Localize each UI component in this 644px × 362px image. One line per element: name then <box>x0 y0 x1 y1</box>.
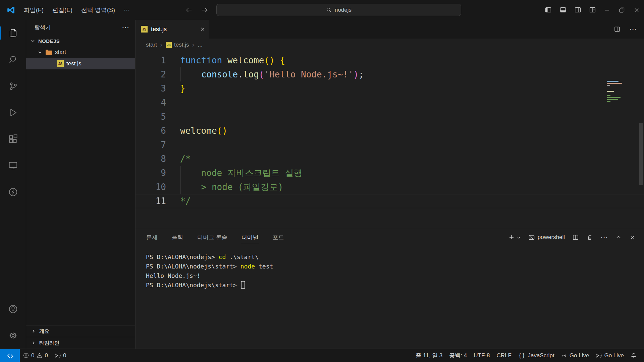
menu-file[interactable]: 파일(F) <box>19 4 48 16</box>
split-terminal-icon[interactable] <box>572 234 579 241</box>
accounts-icon[interactable] <box>0 296 26 322</box>
outline-section[interactable]: 개요 <box>26 325 135 337</box>
code-line[interactable]: 2 console.log('Hello Node.js~!'); <box>136 67 644 81</box>
code-line[interactable]: 3} <box>136 81 644 96</box>
remote-indicator[interactable] <box>0 349 20 362</box>
terminal-line[interactable]: PS D:\ALOHA\nodejs> cd .\start\ <box>146 252 644 262</box>
minimap[interactable] <box>607 81 624 102</box>
code-line[interactable]: 8/* <box>136 152 644 166</box>
terminal[interactable]: PS D:\ALOHA\nodejs> cd .\start\PS D:\ALO… <box>136 246 644 290</box>
close-panel-icon[interactable] <box>629 234 636 241</box>
close-window-button[interactable] <box>629 0 644 20</box>
panel-tab-ports[interactable]: 포트 <box>272 231 285 244</box>
panel-tab-debug-console[interactable]: 디버그 콘솔 <box>197 231 228 244</box>
panel-actions: powershell ⋯ <box>508 234 636 241</box>
tree-item-start[interactable]: start <box>26 47 135 58</box>
menu-more[interactable]: ⋯ <box>119 4 134 15</box>
menu-edit[interactable]: 편집(E) <box>48 4 77 16</box>
terminal-shell-item[interactable]: powershell <box>528 234 565 241</box>
code-line[interactable]: 7 <box>136 138 644 152</box>
tree-item-label: start <box>55 49 66 56</box>
code-line[interactable]: 9 node 자바스크립트 실행 <box>136 166 644 180</box>
code-editor[interactable]: 1function welcome() {2 console.log('Hell… <box>136 51 644 228</box>
code-line[interactable]: 4 <box>136 96 644 110</box>
customize-layout-button[interactable] <box>585 0 600 20</box>
language-status[interactable]: {} JavaScript <box>515 349 558 362</box>
run-debug-icon[interactable] <box>0 99 26 126</box>
tab-testjs[interactable]: JS test.js <box>136 20 209 39</box>
shell-label: powershell <box>538 234 565 241</box>
tab-bar: JS test.js ⋯ <box>136 20 644 39</box>
sidebar-bottom-sections: 개요 타임라인 <box>26 325 135 349</box>
title-bar: 파일(F) 편집(E) 선택 영역(S) ⋯ nodejs <box>0 0 644 20</box>
forward-arrow-icon[interactable] <box>201 6 209 14</box>
toggle-panel-button[interactable] <box>555 0 570 20</box>
search-sidebar-icon[interactable] <box>0 46 26 73</box>
kill-terminal-icon[interactable] <box>586 234 593 241</box>
chevron-down-icon <box>517 235 521 240</box>
maximize-panel-icon[interactable] <box>615 234 622 241</box>
radio-tower-icon <box>55 353 61 359</box>
remote-explorer-icon[interactable] <box>0 152 26 179</box>
eol-status[interactable]: CRLF <box>493 349 515 362</box>
code-line[interactable]: 1function welcome() { <box>136 53 644 67</box>
ports-status[interactable]: 0 <box>51 349 69 362</box>
powershell-icon <box>528 234 535 241</box>
back-arrow-icon[interactable] <box>185 6 193 14</box>
braces-icon: {} <box>518 352 526 359</box>
panel-tab-output[interactable]: 출력 <box>171 231 184 244</box>
terminal-line[interactable]: PS D:\ALOHA\nodejs\start> node test <box>146 262 644 271</box>
chevron-down-icon <box>30 38 36 44</box>
code-line[interactable]: 6welcome() <box>136 124 644 138</box>
indentation-status[interactable]: 공백: 4 <box>446 349 470 362</box>
tree-item-testjs[interactable]: JS test.js <box>26 58 135 69</box>
explorer-icon[interactable] <box>0 20 26 46</box>
editor-group: JS test.js ⋯ start › JS test.js › ... <box>136 20 644 349</box>
extensions-icon[interactable] <box>0 126 26 152</box>
thunder-client-icon[interactable] <box>0 179 26 205</box>
notifications-bell-icon[interactable] <box>627 349 640 362</box>
editor-scrollbar[interactable] <box>639 123 643 185</box>
cursor-position-status[interactable]: 줄 11, 열 3 <box>412 349 446 362</box>
timeline-section[interactable]: 타임라인 <box>26 337 135 349</box>
problems-status[interactable]: 0 0 <box>20 349 51 362</box>
settings-gear-icon[interactable] <box>0 322 26 349</box>
code-line[interactable]: 11*/ <box>136 194 644 208</box>
toggle-secondary-sidebar-button[interactable] <box>570 0 585 20</box>
restore-button[interactable] <box>614 0 629 20</box>
search-box[interactable]: nodejs <box>216 4 461 16</box>
folder-icon <box>45 49 52 55</box>
warning-icon <box>37 353 42 358</box>
js-file-icon: JS <box>166 42 172 48</box>
code-line[interactable]: 10 > node (파일경로) <box>136 180 644 194</box>
panel-tab-problems[interactable]: 문제 <box>146 231 158 244</box>
new-terminal-button[interactable] <box>508 234 521 241</box>
code-line[interactable]: 5 <box>136 110 644 124</box>
breadcrumb-file-label: test.js <box>174 42 189 48</box>
editor-more-actions-icon[interactable]: ⋯ <box>629 25 637 33</box>
sidebar-more-actions-icon[interactable]: ⋯ <box>122 24 129 31</box>
js-file-icon: JS <box>57 60 64 67</box>
go-live-button-2[interactable]: Go Live <box>592 349 627 362</box>
chevron-right-icon <box>31 340 36 346</box>
close-tab-icon[interactable] <box>200 26 205 32</box>
menu-selection[interactable]: 선택 영역(S) <box>77 4 119 16</box>
breadcrumb-item-start[interactable]: start <box>146 42 157 48</box>
toggle-primary-sidebar-button[interactable] <box>541 0 555 20</box>
breadcrumb-item-symbol[interactable]: ... <box>198 42 202 48</box>
tree-item-root[interactable]: NODEJS <box>26 35 135 47</box>
panel-header: 문제 출력 디버그 콘솔 터미널 포트 powershell <box>136 228 644 246</box>
split-editor-icon[interactable] <box>614 26 621 33</box>
breadcrumb-item-file[interactable]: JS test.js <box>166 42 189 48</box>
section-label: 개요 <box>39 328 49 335</box>
panel-tab-terminal[interactable]: 터미널 <box>241 231 259 244</box>
explorer-tree: NODEJS start JS test.js <box>26 35 135 69</box>
minimize-button[interactable] <box>600 0 614 20</box>
terminal-line[interactable]: PS D:\ALOHA\nodejs\start> <box>146 281 644 290</box>
panel-more-actions-icon[interactable]: ⋯ <box>600 234 608 241</box>
panel: 문제 출력 디버그 콘솔 터미널 포트 powershell <box>136 228 644 349</box>
terminal-line[interactable]: Hello Node.js~! <box>146 271 644 281</box>
encoding-status[interactable]: UTF-8 <box>470 349 493 362</box>
go-live-button[interactable]: Go Live <box>558 349 593 362</box>
source-control-icon[interactable] <box>0 73 26 99</box>
